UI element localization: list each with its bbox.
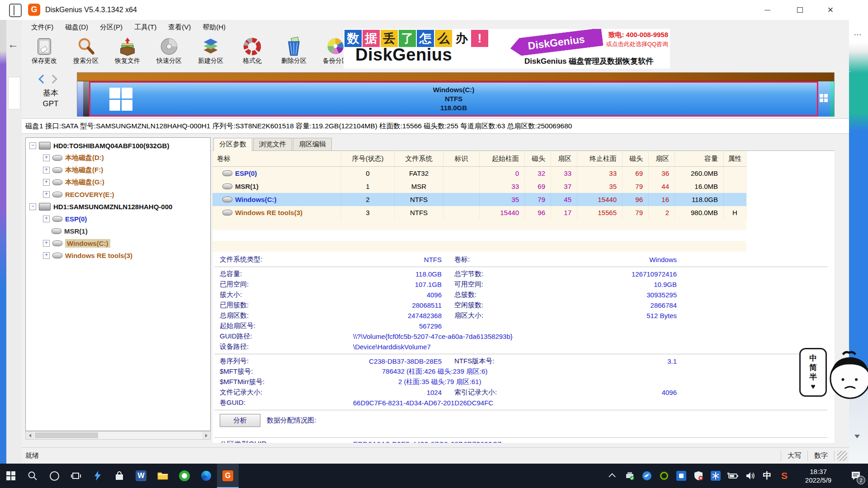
- table-row-windows-c-selected[interactable]: Windows(C:) 2 NTFS 35 79 45 15440 96 16 …: [212, 193, 746, 206]
- tree-item-hd1[interactable]: − HD1:SAMSUNGMZNLN128HAHQ-000: [26, 201, 210, 213]
- tray-expand-button[interactable]: [604, 464, 621, 488]
- table-row-windows-re[interactable]: Windows RE tools(3) 3 NTFS 15440 96 17 1…: [212, 206, 746, 219]
- col-end-head[interactable]: 磁头: [623, 151, 649, 166]
- col-attr[interactable]: 属性: [724, 151, 746, 166]
- maximize-button[interactable]: [788, 0, 811, 20]
- col-start-sector[interactable]: 扇区: [551, 151, 577, 166]
- taskbar-clock[interactable]: 18:37 2022/5/9: [793, 464, 844, 488]
- action-center-button[interactable]: 2: [844, 464, 868, 488]
- col-volume-label[interactable]: 卷标: [212, 151, 341, 166]
- menu-partition[interactable]: 分区(P): [94, 20, 128, 34]
- tray-battery[interactable]: [724, 464, 741, 488]
- expand-icon[interactable]: +: [43, 191, 50, 198]
- table-row-esp[interactable]: ESP(0) 0 FAT32 0 32 33 33 69 36 260.0MB: [212, 167, 746, 180]
- intel-icon: [676, 471, 686, 481]
- menu-disk[interactable]: 磁盘(D): [59, 20, 94, 34]
- taskbar-search-button[interactable]: [22, 464, 43, 488]
- col-tag[interactable]: 标识: [443, 151, 480, 166]
- delete-partition-button[interactable]: 删除分区: [273, 34, 315, 71]
- tree-horizontal-scrollbar[interactable]: [25, 431, 211, 440]
- scroll-left-button[interactable]: [26, 432, 34, 439]
- col-filesystem[interactable]: 文件系统: [395, 151, 443, 166]
- title-bar[interactable]: G DiskGenius V5.4.3.1342 x64 ×: [0, 0, 868, 20]
- minimize-button[interactable]: [756, 0, 778, 20]
- tab-partition-params[interactable]: 分区参数: [213, 138, 252, 151]
- tab-browse-files[interactable]: 浏览文件: [253, 138, 292, 150]
- app-browser-green[interactable]: [174, 464, 195, 488]
- col-end-cylinder[interactable]: 终止柱面: [577, 151, 623, 166]
- expand-icon[interactable]: +: [43, 240, 50, 247]
- menu-help[interactable]: 帮助(H): [197, 20, 231, 34]
- menu-file[interactable]: 文件(F): [25, 20, 59, 34]
- partition-sliver-end[interactable]: [830, 81, 834, 117]
- prev-disk-icon[interactable]: [38, 75, 47, 84]
- collapse-icon[interactable]: −: [29, 203, 36, 210]
- resize-grip[interactable]: [837, 451, 847, 461]
- tree-item-windows-re[interactable]: + Windows RE tools(3): [26, 249, 210, 262]
- expand-icon[interactable]: +: [43, 216, 50, 222]
- tray-intel[interactable]: [673, 464, 690, 488]
- expand-icon[interactable]: +: [43, 155, 50, 161]
- task-view-button[interactable]: [65, 464, 87, 488]
- next-disk-icon[interactable]: [48, 75, 57, 84]
- tree-item-esp[interactable]: + ESP(0): [26, 213, 210, 225]
- tray-volume[interactable]: [741, 464, 759, 488]
- app-lightning[interactable]: [87, 464, 108, 488]
- partition-sliver-re-tools[interactable]: [818, 81, 830, 117]
- tree-item-local-f[interactable]: + 本地磁盘(F:): [26, 164, 210, 176]
- tray-printer[interactable]: [621, 464, 638, 488]
- close-button[interactable]: ×: [819, 0, 842, 20]
- start-button[interactable]: [0, 464, 22, 488]
- quick-partition-icon: [159, 37, 179, 56]
- col-start-head[interactable]: 磁头: [525, 151, 551, 166]
- app-file-explorer[interactable]: [152, 464, 174, 488]
- ad-banner[interactable]: 数 据 丢 了 怎 么 办 ! DiskGenius DiskGenius 致电…: [344, 29, 670, 69]
- menu-view[interactable]: 查看(V): [162, 20, 197, 34]
- col-end-sector[interactable]: 扇区: [649, 151, 675, 166]
- scrollbar-thumb[interactable]: [35, 432, 98, 438]
- format-button[interactable]: 格式化: [231, 34, 273, 71]
- tray-ime-language[interactable]: 中: [759, 464, 776, 488]
- tree-item-msr[interactable]: MSR(1): [26, 225, 210, 237]
- app-store[interactable]: [108, 464, 130, 488]
- app-diskgenius-active[interactable]: G: [217, 464, 239, 488]
- tray-sogou[interactable]: S: [776, 464, 793, 488]
- menu-tools[interactable]: 工具(T): [128, 20, 162, 34]
- app-edge[interactable]: [195, 464, 217, 488]
- recover-files-button[interactable]: 恢复文件: [107, 34, 148, 71]
- tree-item-windows-c[interactable]: + Windows(C:): [26, 237, 210, 249]
- windows-logo-icon: [109, 88, 132, 111]
- partition-sliver-msr[interactable]: [83, 81, 89, 117]
- expand-icon[interactable]: +: [43, 179, 50, 186]
- partition-windows-c-selected[interactable]: Windows(C:) NTFS 118.0GB: [89, 81, 818, 117]
- tray-security-shield[interactable]: [690, 464, 707, 488]
- partition-sliver-esp[interactable]: [77, 81, 83, 117]
- col-start-cylinder[interactable]: 起始柱面: [480, 151, 525, 166]
- tray-snowflake[interactable]: [707, 464, 724, 488]
- tab-sector-editor[interactable]: 扇区编辑: [293, 138, 332, 150]
- cortana-button[interactable]: [43, 464, 65, 488]
- tree-item-hd0[interactable]: − HD0:TOSHIBAMQ04ABF100(932GB): [26, 140, 210, 152]
- analyze-button[interactable]: 分析: [220, 414, 260, 427]
- save-changes-button[interactable]: 保存更改: [24, 34, 65, 71]
- tree-item-local-d[interactable]: + 本地磁盘(D:): [26, 152, 210, 164]
- ime-state-box[interactable]: 中 简 半 ♥: [799, 348, 827, 397]
- tree-item-recovery-e[interactable]: + RECOVERY(E:): [26, 188, 210, 201]
- expand-icon[interactable]: +: [43, 252, 50, 259]
- ad-qq-link[interactable]: 或点击此处选择QQ咨询: [606, 40, 668, 48]
- tree-item-local-g[interactable]: + 本地磁盘(G:): [26, 176, 210, 188]
- quick-partition-button[interactable]: 快速分区: [148, 34, 190, 71]
- new-partition-button[interactable]: 新建分区: [190, 34, 231, 71]
- col-capacity[interactable]: 容量: [675, 151, 724, 166]
- collapse-icon[interactable]: −: [29, 142, 36, 149]
- green-browser-icon: [179, 470, 190, 481]
- app-word[interactable]: W: [130, 464, 152, 488]
- col-index-status[interactable]: 序号(状态): [341, 151, 395, 166]
- ime-floating-widget[interactable]: 中 简 半 ♥: [799, 348, 868, 400]
- scroll-right-button[interactable]: [202, 432, 210, 439]
- tray-bird-app[interactable]: [638, 464, 656, 488]
- table-row-msr[interactable]: MSR(1) 1 MSR 33 69 37 35 79 44 16.0MB: [212, 180, 746, 193]
- expand-icon[interactable]: +: [43, 167, 50, 174]
- search-partition-button[interactable]: 搜索分区: [65, 34, 107, 71]
- tray-nvidia[interactable]: [656, 464, 673, 488]
